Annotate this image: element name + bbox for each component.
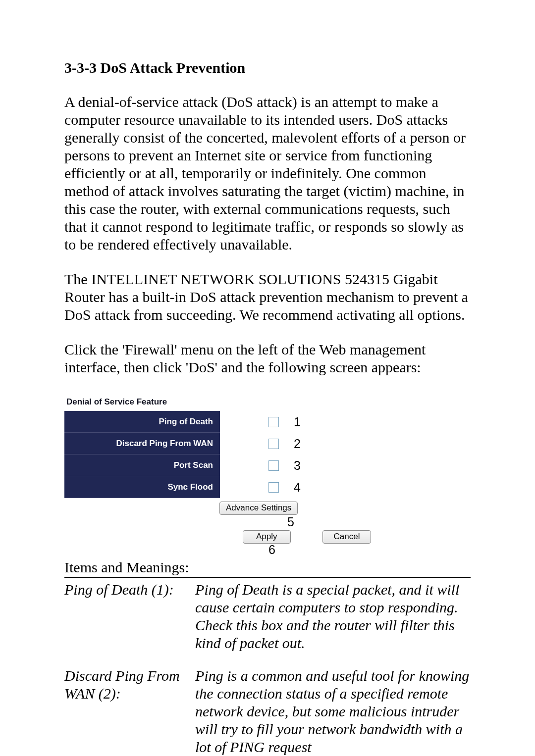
definition-discard-ping-wan: Discard Ping From WAN (2): Ping is a com…: [64, 667, 471, 756]
row-ping-of-death: Ping of Death 1: [64, 411, 431, 433]
advance-settings-button[interactable]: Advance Settings: [219, 502, 298, 515]
callout-2: 2: [294, 437, 303, 451]
panel-title: Denial of Service Feature: [64, 393, 433, 411]
desc-ping-of-death: Ping of Death is a special packet, and i…: [195, 581, 471, 652]
items-and-meanings-heading: Items and Meanings:: [64, 559, 471, 576]
row-port-scan: Port Scan 3: [64, 454, 431, 476]
row-discard-ping-wan: Discard Ping From WAN 2: [64, 433, 431, 454]
row-sync-flood: Sync Flood 4: [64, 476, 431, 499]
checkbox-discard-ping-wan[interactable]: [268, 439, 279, 449]
paragraph-intro-1: A denial-of-service attack (DoS attack) …: [64, 93, 471, 253]
checkbox-ping-of-death[interactable]: [268, 417, 279, 427]
callout-5: 5: [287, 515, 294, 529]
callout-3: 3: [294, 458, 303, 473]
label-port-scan: Port Scan: [64, 454, 220, 476]
paragraph-intro-2: The INTELLINET NETWORK SOLUTIONS 524315 …: [64, 270, 471, 324]
desc-discard-ping-wan: Ping is a common and useful tool for kno…: [195, 667, 471, 756]
checkbox-sync-flood[interactable]: [268, 482, 279, 493]
dos-feature-panel: Denial of Service Feature Ping of Death …: [64, 393, 471, 557]
term-discard-ping-wan: Discard Ping From WAN (2):: [64, 667, 195, 756]
cancel-button[interactable]: Cancel: [322, 530, 372, 544]
label-ping-of-death: Ping of Death: [64, 411, 220, 433]
callout-4: 4: [294, 480, 303, 495]
divider-line: [64, 577, 471, 578]
callout-6: 6: [268, 543, 275, 557]
callout-1: 1: [294, 415, 303, 429]
checkbox-port-scan[interactable]: [268, 460, 279, 471]
label-discard-ping-wan: Discard Ping From WAN: [64, 433, 220, 454]
apply-button[interactable]: Apply: [243, 530, 291, 544]
term-ping-of-death: Ping of Death (1):: [64, 581, 195, 652]
section-heading: 3-3-3 DoS Attack Prevention: [64, 59, 471, 76]
paragraph-intro-3: Click the 'Firewall' menu on the left of…: [64, 341, 471, 376]
definition-ping-of-death: Ping of Death (1): Ping of Death is a sp…: [64, 581, 471, 652]
label-sync-flood: Sync Flood: [64, 476, 220, 498]
